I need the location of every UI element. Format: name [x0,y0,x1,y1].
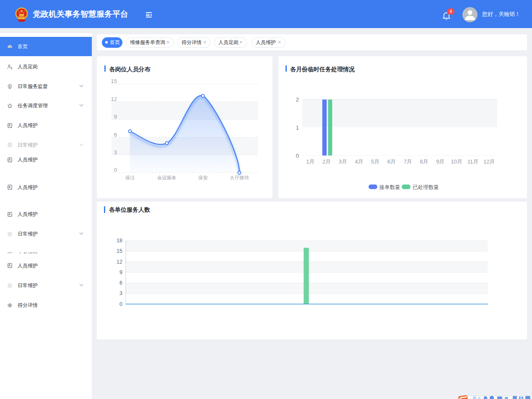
svg-text:3: 3 [114,149,117,155]
svg-text:9月: 9月 [436,158,444,165]
svg-text:12月: 12月 [483,158,495,165]
svg-text:10月: 10月 [451,158,462,165]
svg-text:2: 2 [296,96,299,103]
svg-text:11月: 11月 [467,158,479,165]
svg-text:8月: 8月 [420,158,428,165]
svg-text:18: 18 [117,238,122,244]
svg-text:15: 15 [111,78,117,84]
svg-text:保洁: 保洁 [125,175,135,180]
svg-text:9: 9 [114,114,117,120]
svg-text:1: 1 [296,124,299,131]
svg-text:12: 12 [117,259,122,265]
svg-text:0: 0 [119,301,122,307]
svg-text:保安: 保安 [198,175,208,180]
svg-text:0: 0 [296,153,299,159]
svg-text:3: 3 [119,290,122,296]
svg-text:大厅接待: 大厅接待 [230,175,249,180]
svg-text:6月: 6月 [387,158,396,165]
svg-text:接单数量: 接单数量 [379,184,400,190]
svg-text:3月: 3月 [339,158,347,165]
svg-text:7月: 7月 [404,158,412,165]
svg-text:2月: 2月 [322,158,331,165]
svg-text:1月: 1月 [306,158,314,165]
svg-text:12: 12 [111,96,117,102]
svg-text:已处理数量: 已处理数量 [413,184,439,190]
svg-text:4月: 4月 [355,158,363,165]
svg-text:6: 6 [119,280,122,286]
svg-text:会议服务: 会议服务 [157,175,176,180]
svg-text:15: 15 [117,248,122,254]
svg-text:0: 0 [114,167,117,173]
svg-text:9: 9 [119,269,122,275]
svg-text:5月: 5月 [371,158,379,165]
svg-text:6: 6 [114,132,117,138]
